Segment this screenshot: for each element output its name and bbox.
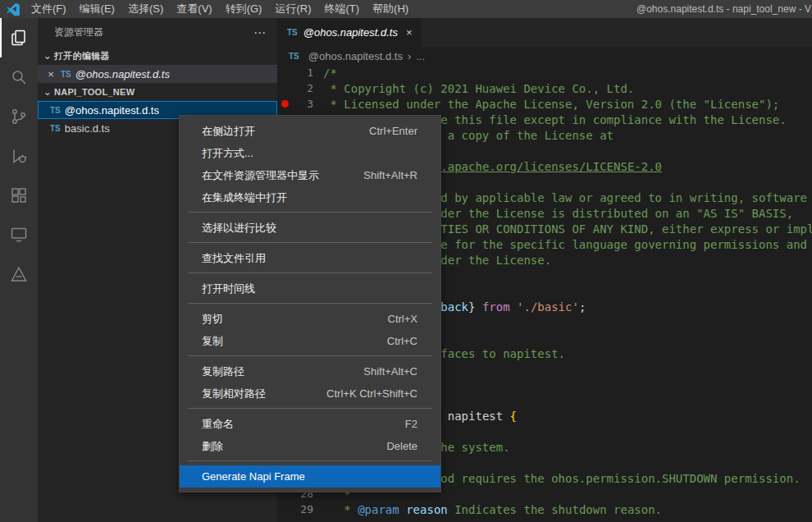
- context-menu-item[interactable]: 查找文件引用: [180, 247, 440, 269]
- code-token: * Copyright (c) 2021 Huawei Device Co., …: [323, 82, 634, 95]
- menu-item-label: 查找文件引用: [202, 251, 266, 266]
- menu-item-shortcut: Ctrl+Enter: [369, 125, 417, 137]
- context-menu-item[interactable]: 删除Delete: [180, 435, 440, 457]
- typescript-file-icon: TS: [61, 70, 71, 79]
- context-menu-item[interactable]: 复制Ctrl+C: [180, 330, 440, 352]
- close-icon[interactable]: ×: [44, 68, 57, 80]
- context-menu-item[interactable]: 在文件资源管理器中显示Shift+Alt+R: [180, 164, 440, 186]
- context-menu-item[interactable]: 剪切Ctrl+X: [180, 308, 440, 330]
- menubar-item[interactable]: 运行(R): [268, 0, 317, 18]
- typescript-file-icon: TS: [289, 52, 299, 61]
- context-menu-item[interactable]: 打开方式...: [180, 142, 440, 164]
- menu-item-shortcut: Ctrl+K Ctrl+Shift+C: [326, 387, 417, 400]
- window-title: @ohos.napitest.d.ts - napi_tool_new - V: [636, 0, 812, 18]
- menu-item-label: 打开时间线: [202, 282, 255, 296]
- menu-item-label: 删除: [202, 439, 223, 454]
- context-menu-item[interactable]: 打开时间线: [180, 277, 440, 300]
- context-menu-item[interactable]: 复制路径Shift+Alt+C: [180, 360, 440, 382]
- code-text: * Copyright (c) 2021 Huawei Device Co., …: [323, 82, 634, 95]
- code-token: }: [468, 300, 482, 314]
- code-text: * Licensed under the Apache License, Ver…: [323, 98, 779, 111]
- menubar-item[interactable]: 查看(V): [170, 0, 218, 18]
- menu-item-label: 复制路径: [202, 364, 244, 379]
- code-line: 2 * Copyright (c) 2021 Huawei Device Co.…: [277, 80, 812, 96]
- line-number: 1: [292, 66, 313, 79]
- menubar-item[interactable]: 选择(S): [121, 0, 170, 18]
- code-token: ;: [579, 300, 586, 314]
- code-text: /*: [323, 66, 337, 80]
- remote-explorer-icon: [9, 225, 29, 245]
- menu-separator: [188, 242, 432, 243]
- breakpoint-dot: [281, 100, 289, 108]
- breakpoint-icon[interactable]: [277, 100, 292, 108]
- vscode-logo: [7, 2, 20, 16]
- context-menu-item[interactable]: 选择以进行比较: [180, 217, 440, 239]
- menu-separator: [188, 355, 432, 356]
- context-menu-item[interactable]: Generate Napi Frame: [180, 465, 440, 488]
- menu-item-shortcut: Ctrl+C: [387, 335, 417, 347]
- context-menu-item[interactable]: 重命名F2: [180, 413, 440, 435]
- activity-remote-explorer-icon[interactable]: [0, 215, 38, 254]
- code-token: [510, 300, 517, 314]
- menu-item-shortcut: Delete: [386, 440, 417, 452]
- context-menu-item[interactable]: 在侧边打开Ctrl+Enter: [180, 120, 440, 142]
- open-editor-item[interactable]: ×TS@ohos.napitest.d.ts: [38, 65, 277, 83]
- breadcrumb-file[interactable]: @ohos.napitest.d.ts: [308, 50, 403, 62]
- menu-item-shortcut: Shift+Alt+R: [363, 169, 417, 181]
- menu-separator: [188, 303, 432, 304]
- code-token: reason: [406, 503, 448, 516]
- context-menu-item[interactable]: 在集成终端中打开: [180, 186, 440, 208]
- menu-item-label: 在侧边打开: [202, 124, 255, 139]
- source-control-icon: [9, 107, 29, 126]
- more-actions-icon[interactable]: ⋯: [253, 25, 266, 40]
- menu-item-shortcut: Shift+Alt+C: [363, 365, 417, 378]
- breadcrumb-separator-icon: ›: [408, 50, 411, 62]
- typescript-file-icon: TS: [287, 28, 298, 37]
- menubar-item[interactable]: 终端(T): [317, 0, 366, 18]
- menubar-item[interactable]: 编辑(E): [73, 0, 121, 18]
- menubar-item[interactable]: 文件(F): [25, 0, 73, 18]
- menu-item-label: 在集成终端中打开: [202, 190, 287, 205]
- extensions-icon: [9, 185, 29, 205]
- tab-bar: TS @ohos.napitest.d.ts ×: [277, 18, 812, 47]
- breadcrumb: TS @ohos.napitest.d.ts › ...: [277, 47, 812, 65]
- context-menu: 在侧边打开Ctrl+Enter打开方式...在文件资源管理器中显示Shift+A…: [179, 115, 441, 492]
- context-menu-item[interactable]: 复制相对路径Ctrl+K Ctrl+Shift+C: [180, 382, 440, 405]
- activity-napi-tool-icon[interactable]: [0, 254, 38, 294]
- menu-separator: [188, 212, 432, 213]
- code-token: * Licensed under the Apache License, Ver…: [323, 98, 779, 111]
- folder-name: NAPI_TOOL_NEW: [54, 87, 135, 97]
- activity-explorer-icon[interactable]: [0, 18, 38, 57]
- folder-section[interactable]: ⌄ NAPI_TOOL_NEW: [38, 83, 277, 101]
- menu-item-label: Generate Napi Frame: [202, 470, 305, 483]
- code-token: *: [323, 503, 358, 516]
- breadcrumb-more[interactable]: ...: [416, 50, 425, 62]
- activity-search-icon[interactable]: [0, 57, 38, 97]
- napi-tool-icon: [9, 264, 29, 284]
- menubar-item[interactable]: 帮助(H): [366, 0, 415, 18]
- tab-ohos-napitest[interactable]: TS @ohos.napitest.d.ts ×: [277, 18, 422, 47]
- activity-run-debug-icon[interactable]: [0, 136, 38, 176]
- menu-item-label: 选择以进行比较: [202, 221, 276, 236]
- typescript-file-icon: TS: [50, 106, 61, 115]
- open-editors-section[interactable]: ⌄ 打开的编辑器: [38, 47, 277, 65]
- open-editors-label: 打开的编辑器: [54, 50, 110, 62]
- sidebar-title: 资源管理器: [54, 25, 103, 39]
- sidebar-header: 资源管理器 ⋯: [38, 18, 277, 47]
- code-token: from: [482, 300, 510, 314]
- close-icon[interactable]: ×: [406, 26, 413, 39]
- activity-extensions-icon[interactable]: [0, 176, 38, 215]
- menu-item-label: 复制: [202, 334, 223, 349]
- typescript-file-icon: TS: [50, 124, 61, 133]
- file-name: basic.d.ts: [65, 122, 110, 135]
- code-line: 3 * Licensed under the Apache License, V…: [277, 96, 812, 112]
- menubar-item[interactable]: 转到(G): [219, 0, 269, 18]
- menu-item-shortcut: F2: [405, 418, 417, 430]
- code-token: {: [510, 410, 517, 423]
- menu-bar: 文件(F)编辑(E)选择(S)查看(V)转到(G)运行(R)终端(T)帮助(H): [25, 0, 415, 18]
- activity-source-control-icon[interactable]: [0, 97, 38, 136]
- menu-item-label: 重命名: [202, 417, 234, 432]
- open-editors-list: ×TS@ohos.napitest.d.ts: [38, 65, 277, 83]
- code-line: 29 * @param reason Indicates the shutdow…: [277, 501, 812, 517]
- menu-separator: [188, 460, 432, 461]
